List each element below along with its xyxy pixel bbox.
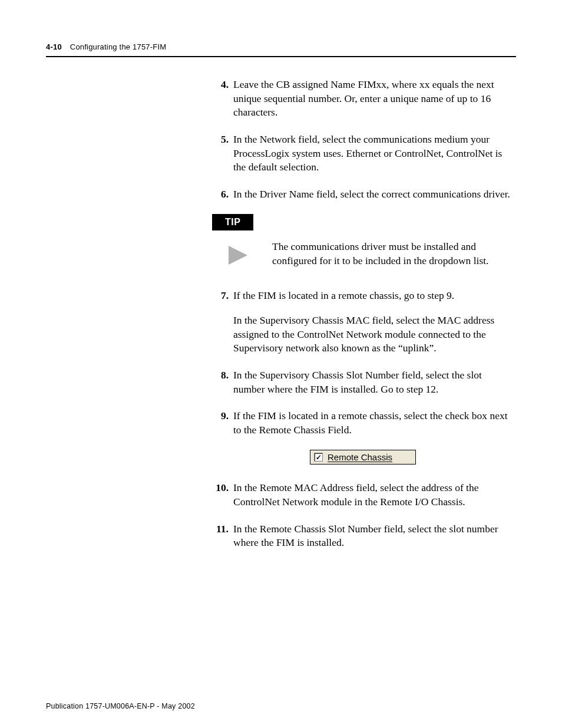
- step-9: 9. If the FIM is located in a remote cha…: [212, 409, 514, 437]
- publication-footer: Publication 1757-UM006A-EN-P - May 2002: [46, 702, 195, 710]
- step-10: 10. In the Remote MAC Address field, sel…: [212, 481, 514, 509]
- step-text: If the FIM is located in a remote chassi…: [233, 409, 514, 437]
- step-6: 6. In the Driver Name field, select the …: [212, 187, 514, 202]
- arrow-right-icon: [226, 243, 250, 270]
- step-7-p2: In the Supervisory Chassis MAC field, se…: [233, 314, 514, 355]
- step-text: If the FIM is located in a remote chassi…: [233, 289, 514, 355]
- step-text: In the Driver Name field, select the cor…: [233, 187, 514, 202]
- step-7: 7. If the FIM is located in a remote cha…: [212, 289, 514, 355]
- tip-text: The communications driver must be instal…: [272, 240, 514, 268]
- step-number: 8.: [212, 368, 229, 396]
- step-number: 9.: [212, 409, 229, 437]
- step-number: 5.: [212, 133, 229, 174]
- step-11: 11. In the Remote Chassis Slot Number fi…: [212, 522, 514, 550]
- step-4: 4. Leave the CB assigned Name FIMxx, whe…: [212, 78, 514, 120]
- header-rule: [46, 56, 516, 57]
- step-8: 8. In the Supervisory Chassis Slot Numbe…: [212, 368, 514, 396]
- step-number: 4.: [212, 78, 229, 120]
- tip-block: TIP The communications driver must be in…: [212, 214, 514, 270]
- page-header: 4-10 Configurating the 1757-FIM: [46, 42, 516, 57]
- page-number: 4-10: [46, 42, 62, 51]
- step-text: Leave the CB assigned Name FIMxx, where …: [233, 78, 514, 120]
- step-number: 11.: [212, 522, 229, 550]
- section-title: Configurating the 1757-FIM: [70, 42, 166, 51]
- step-text: In the Remote Chassis Slot Number field,…: [233, 522, 514, 550]
- step-number: 6.: [212, 187, 229, 202]
- step-text: In the Network field, select the communi…: [233, 133, 514, 174]
- checkbox-label: Remote Chassis: [328, 452, 392, 462]
- step-number: 7.: [212, 289, 229, 355]
- step-5: 5. In the Network field, select the comm…: [212, 133, 514, 174]
- tip-label: TIP: [212, 214, 253, 230]
- step-text: In the Remote MAC Address field, select …: [233, 481, 514, 509]
- checkbox-icon[interactable]: ✓: [314, 453, 323, 462]
- step-text: In the Supervisory Chassis Slot Number f…: [233, 368, 514, 396]
- remote-chassis-checkbox[interactable]: ✓ Remote Chassis: [310, 450, 416, 465]
- main-content: 4. Leave the CB assigned Name FIMxx, whe…: [212, 78, 514, 563]
- step-number: 10.: [212, 481, 229, 509]
- svg-marker-0: [229, 246, 247, 265]
- step-7-p1: If the FIM is located in a remote chassi…: [233, 289, 514, 303]
